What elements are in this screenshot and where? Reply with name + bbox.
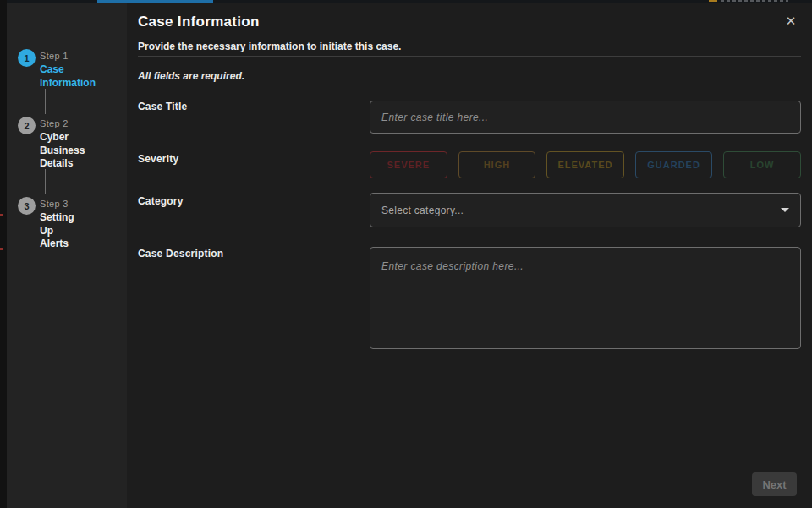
step-label: Step 3 [40,199,82,209]
background-page-left-edge [0,0,7,508]
chevron-down-icon [781,208,789,212]
header-divider [138,56,801,57]
severity-label: Severity [138,153,178,165]
case-title-input[interactable] [370,101,801,134]
step-number-badge: 1 [18,49,36,67]
stepper-connector [45,89,46,114]
severity-high-button[interactable]: HIGH [458,151,536,178]
category-select-placeholder: Select category... [381,205,464,216]
severity-elevated-button[interactable]: ELEVATED [546,151,624,178]
step-name: Setting Up Alerts [40,211,82,251]
required-fields-note: All fields are required. [138,70,244,82]
wizard-stepper-sidebar: 1 Step 1 Case Information 2 Step 2 Cyber… [7,3,127,508]
step-label: Step 2 [40,118,82,128]
background-red-speck [0,248,3,250]
severity-severe-button[interactable]: SEVERE [370,151,447,178]
severity-low-button[interactable]: LOW [723,151,801,178]
background-dashed-text-remnant [721,0,788,2]
severity-guarded-button[interactable]: GUARDED [635,151,713,178]
category-label: Category [138,195,184,207]
case-description-textarea[interactable] [370,247,801,349]
case-wizard-modal: 1 Step 1 Case Information 2 Step 2 Cyber… [0,0,812,508]
next-button[interactable]: Next [752,472,797,496]
category-select[interactable]: Select category... [370,193,801,227]
step-name: Cyber Business Details [40,131,82,171]
case-information-panel: Case Information ✕ Provide the necessary… [127,3,812,508]
step-label: Step 1 [40,51,82,61]
page-title: Case Information [138,14,260,30]
close-icon[interactable]: ✕ [783,14,798,29]
step-name: Case Information [40,63,82,90]
stepper-connector [45,169,46,194]
severity-button-group: SEVERE HIGH ELEVATED GUARDED LOW [370,151,801,178]
background-amber-chip [709,0,717,2]
dialog-subtitle: Provide the necessary information to ini… [138,41,401,52]
case-title-label: Case Title [138,101,187,112]
case-description-label: Case Description [138,248,223,259]
background-red-speck [0,214,3,216]
step-number-badge: 2 [18,117,36,134]
step-number-badge: 3 [18,197,36,215]
